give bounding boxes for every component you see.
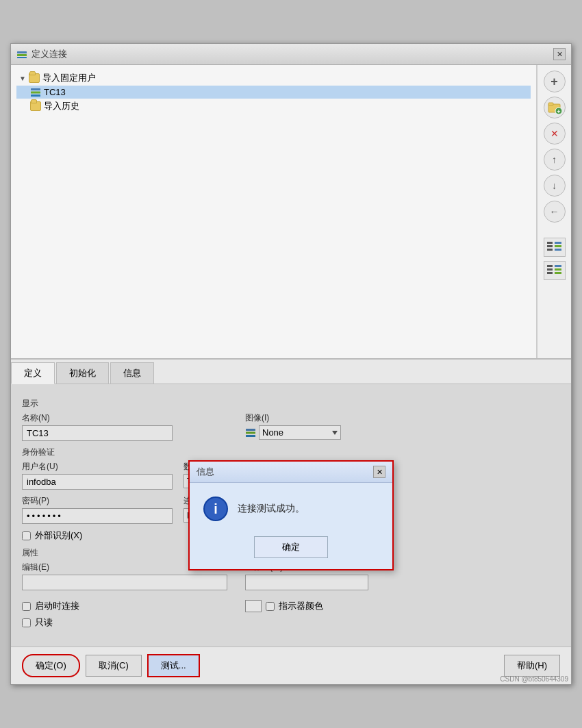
watermark: CSDN @bt850644309 xyxy=(500,675,568,683)
svg-rect-2 xyxy=(17,57,27,58)
right-toolbar: + + ✕ ↑ ↓ ← xyxy=(537,65,571,358)
svg-rect-4 xyxy=(31,91,40,93)
svg-rect-3 xyxy=(31,88,40,90)
back-button[interactable]: ← xyxy=(544,201,566,223)
folder-icon xyxy=(29,73,40,83)
tree-panel: ▼ 导入固定用户 TC13 导入历史 xyxy=(11,65,537,358)
tree-root-label: 导入固定用户 xyxy=(42,72,96,84)
modal-overlay: 信息 ✕ i 连接测试成功。 确定 xyxy=(11,384,571,647)
test-button[interactable]: 测试... xyxy=(147,654,200,677)
move-down-button[interactable]: ↓ xyxy=(544,175,566,197)
modal-close-button[interactable]: ✕ xyxy=(373,466,385,478)
svg-rect-19 xyxy=(555,265,561,267)
tree-tc13-label: TC13 xyxy=(44,87,66,97)
bottom-bar: 确定(O) 取消(C) 测试... 帮助(H) xyxy=(11,647,571,684)
info-icon: i xyxy=(203,497,228,521)
tree-history-item[interactable]: 导入历史 xyxy=(16,99,531,114)
svg-rect-0 xyxy=(17,51,27,53)
svg-rect-14 xyxy=(555,245,561,247)
tabs-bar: 定义 初始化 信息 xyxy=(11,360,571,384)
svg-rect-1 xyxy=(17,54,27,56)
title-bar: 定义连接 ✕ xyxy=(11,44,571,65)
tree-tc13-item[interactable]: TC13 xyxy=(16,86,531,99)
tree-chevron-down: ▼ xyxy=(19,75,26,82)
delete-button[interactable]: ✕ xyxy=(544,123,566,145)
list-view-2-button[interactable] xyxy=(544,261,566,280)
list-view-1-button[interactable] xyxy=(544,238,566,257)
modal-title: 信息 xyxy=(197,466,214,478)
svg-rect-21 xyxy=(555,272,561,274)
ok-button[interactable]: 确定(O) xyxy=(22,654,80,677)
window-title: 定义连接 xyxy=(31,48,67,60)
svg-rect-20 xyxy=(555,268,561,271)
svg-rect-11 xyxy=(547,245,553,247)
info-modal: 信息 ✕ i 连接测试成功。 确定 xyxy=(188,460,394,570)
svg-rect-7 xyxy=(548,103,553,105)
folder-add-icon: + xyxy=(547,101,562,114)
tab-info[interactable]: 信息 xyxy=(110,362,154,384)
list-icon-1 xyxy=(546,240,563,254)
tab-define[interactable]: 定义 xyxy=(11,362,55,384)
history-folder-icon xyxy=(30,101,41,111)
move-up-button[interactable]: ↑ xyxy=(544,149,566,171)
title-bar-left: 定义连接 xyxy=(16,48,67,60)
content-area: ▼ 导入固定用户 TC13 导入历史 + xyxy=(11,65,571,360)
app-icon xyxy=(16,49,27,60)
add-button[interactable]: + xyxy=(544,71,566,92)
modal-ok-button[interactable]: 确定 xyxy=(254,536,328,558)
help-button[interactable]: 帮助(H) xyxy=(504,655,560,677)
svg-rect-16 xyxy=(547,265,553,267)
list-icon-2 xyxy=(546,264,563,277)
main-window: 定义连接 ✕ ▼ 导入固定用户 TC13 xyxy=(10,43,572,685)
svg-text:+: + xyxy=(557,108,560,114)
tab-init[interactable]: 初始化 xyxy=(56,362,109,384)
modal-footer: 确定 xyxy=(190,531,392,569)
svg-rect-10 xyxy=(547,242,553,244)
tree-root-item[interactable]: ▼ 导入固定用户 xyxy=(16,71,531,86)
svg-rect-5 xyxy=(31,95,40,97)
svg-rect-12 xyxy=(547,249,553,251)
svg-rect-18 xyxy=(547,272,553,274)
tree-history-label: 导入历史 xyxy=(44,100,79,112)
cancel-button[interactable]: 取消(C) xyxy=(86,655,142,677)
new-folder-button[interactable]: + xyxy=(544,97,566,118)
layers-icon xyxy=(30,88,41,97)
modal-body: i 连接测试成功。 xyxy=(190,483,392,531)
svg-rect-13 xyxy=(555,242,561,244)
form-area: 显示 名称(N) 图像(I) None xyxy=(11,384,571,647)
modal-message: 连接测试成功。 xyxy=(238,503,305,515)
window-close-button[interactable]: ✕ xyxy=(553,48,566,60)
svg-rect-15 xyxy=(555,249,561,251)
svg-rect-17 xyxy=(547,268,553,271)
modal-title-bar: 信息 ✕ xyxy=(190,462,392,483)
